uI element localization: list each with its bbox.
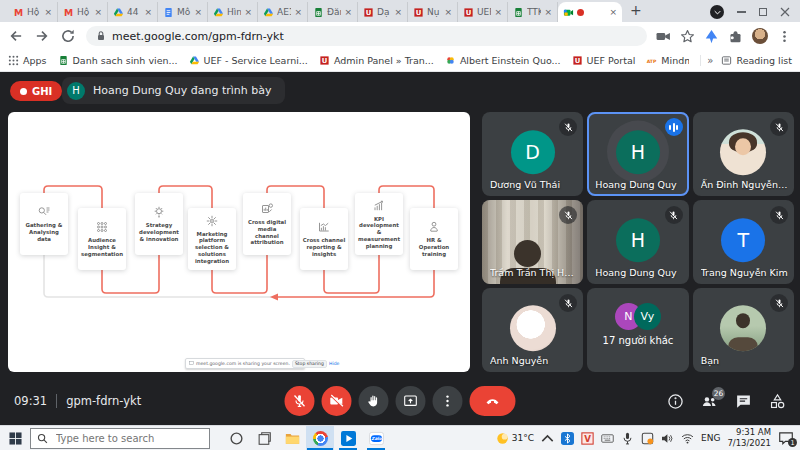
tab-close-icon[interactable]: × xyxy=(609,8,617,17)
browser-tab[interactable]: MHộ× xyxy=(8,2,58,22)
weather-widget[interactable]: 31°C xyxy=(496,432,534,445)
tab-close-icon[interactable]: × xyxy=(94,8,102,17)
browser-tab[interactable]: 44× xyxy=(108,2,158,22)
tab-close-icon[interactable]: × xyxy=(144,8,152,17)
browser-tab[interactable]: UUEF× xyxy=(458,2,508,22)
mic-off-button[interactable] xyxy=(285,386,315,416)
training-icon xyxy=(427,220,441,234)
raise-hand-button[interactable] xyxy=(359,386,389,416)
address-bar: meet.google.com/gpm-fdrn-ykt xyxy=(0,22,800,50)
tab-close-icon[interactable]: × xyxy=(294,8,302,17)
browser-tab[interactable]: UDạ× xyxy=(358,2,408,22)
bookmark-item[interactable]: Albert Einstein Quo... xyxy=(445,55,561,66)
browser-tab[interactable]: × xyxy=(558,2,622,22)
present-screen-button[interactable] xyxy=(396,386,426,416)
participant-tile[interactable]: TTrang Nguyễn Kim xyxy=(693,200,794,284)
snip-icon[interactable] xyxy=(641,432,654,445)
bookmark-item[interactable]: Danh sach sinh vien... xyxy=(58,55,178,66)
tab-close-icon[interactable]: × xyxy=(394,8,402,17)
participant-name: Dương Vũ Thái xyxy=(490,179,577,190)
cortana-button[interactable] xyxy=(222,426,250,450)
people-button[interactable]: 26 xyxy=(701,393,718,410)
search-input[interactable] xyxy=(54,432,198,445)
back-button[interactable] xyxy=(8,28,24,44)
tab-close-icon[interactable]: × xyxy=(44,8,52,17)
tab-close-icon[interactable]: × xyxy=(494,8,502,17)
participant-tile[interactable]: Bạn xyxy=(693,288,794,372)
notification-center-button[interactable]: 1 xyxy=(778,431,794,445)
browser-tab[interactable]: Mô× xyxy=(158,2,208,22)
profile-avatar[interactable] xyxy=(752,28,768,44)
task-view-button[interactable] xyxy=(250,426,278,450)
minimize-button[interactable] xyxy=(737,11,746,12)
activities-button[interactable] xyxy=(769,393,786,410)
extension-send-icon[interactable] xyxy=(704,29,719,44)
reading-list-button[interactable]: Reading list xyxy=(721,55,792,66)
mic-tray-icon[interactable] xyxy=(621,432,634,445)
stop-sharing-button[interactable]: Stop sharing xyxy=(292,360,327,368)
bluetooth-icon[interactable] xyxy=(561,432,574,445)
chat-button[interactable] xyxy=(735,393,752,410)
end-call-button[interactable] xyxy=(470,386,516,416)
new-tab-button[interactable]: + xyxy=(630,0,642,20)
browser-tab[interactable]: UNụ× xyxy=(408,2,458,22)
browser-menu-icon[interactable] xyxy=(777,29,792,44)
bookmark-item[interactable]: UUEF Portal xyxy=(572,55,636,66)
tab-close-icon[interactable]: × xyxy=(344,8,352,17)
more-options-button[interactable] xyxy=(433,386,463,416)
keyboard-icon[interactable] xyxy=(601,432,614,445)
speaker-icon[interactable] xyxy=(661,432,674,445)
browser-tab[interactable]: MHộ× xyxy=(58,2,108,22)
bookmarks-overflow-button[interactable]: » xyxy=(707,55,713,66)
svg-text:Zalo: Zalo xyxy=(371,436,382,441)
bookmark-star-icon[interactable] xyxy=(680,29,695,44)
bookmark-item[interactable]: UAdmin Panel » Tran... xyxy=(319,55,434,66)
hide-notice-button[interactable]: Hide xyxy=(329,361,339,366)
participant-tile[interactable]: Anh Nguyễn xyxy=(482,288,583,372)
participant-tile[interactable]: Trầm Trần Thị Huy... xyxy=(482,200,583,284)
participant-tile[interactable]: NVy17 người khác xyxy=(587,288,688,372)
reading-list-label: Reading list xyxy=(736,55,792,66)
reload-button[interactable] xyxy=(60,28,76,44)
chevron-up-icon[interactable] xyxy=(541,432,554,445)
info-button[interactable] xyxy=(667,393,684,410)
file-explorer-button[interactable] xyxy=(278,426,306,450)
participant-tile[interactable]: HHoang Dung Quy xyxy=(587,200,688,284)
language-indicator[interactable]: ENG xyxy=(701,433,720,443)
taskbar-clock[interactable]: 9:31 AM 7/13/2021 xyxy=(727,427,771,448)
participant-tile[interactable]: HHoang Dung Quy xyxy=(587,112,688,196)
camera-off-button[interactable] xyxy=(322,386,352,416)
zalo-button[interactable]: Zalo xyxy=(362,426,390,450)
bookmark-label: Albert Einstein Quo... xyxy=(460,55,561,66)
v-app-icon[interactable]: V xyxy=(581,432,594,445)
participant-tile[interactable]: Ẩn Đinh Nguyễn Th... xyxy=(693,112,794,196)
tab-close-icon[interactable]: × xyxy=(544,8,552,17)
browser-tab[interactable]: Hìn× xyxy=(208,2,258,22)
tab-close-icon[interactable]: × xyxy=(444,8,452,17)
maximize-button[interactable] xyxy=(759,8,767,16)
start-button[interactable] xyxy=(0,426,30,450)
apps-shortcut[interactable]: Apps xyxy=(8,55,47,66)
browser-tab[interactable]: Đăn× xyxy=(308,2,358,22)
tab-sharing-camera-icon[interactable] xyxy=(656,29,671,44)
participant-tile[interactable]: DDương Vũ Thái xyxy=(482,112,583,196)
tab-close-icon[interactable]: × xyxy=(244,8,252,17)
recording-badge: GHI xyxy=(10,81,62,101)
browser-tab[interactable]: AE1× xyxy=(258,2,308,22)
tab-title: Nụ xyxy=(427,7,441,17)
taskbar-search[interactable] xyxy=(30,428,210,449)
url-field[interactable]: meet.google.com/gpm-fdrn-ykt xyxy=(86,26,647,46)
participant-name: Hoang Dung Quy xyxy=(595,267,682,278)
bookmark-item[interactable]: UEF - Service Learni... xyxy=(189,55,308,66)
wifi-icon[interactable] xyxy=(681,432,694,445)
bookmark-label: UEF Portal xyxy=(587,55,636,66)
forward-button[interactable] xyxy=(34,28,50,44)
chrome-button[interactable] xyxy=(306,426,334,450)
tab-search-button[interactable] xyxy=(710,5,724,19)
movies-tv-button[interactable] xyxy=(334,426,362,450)
extensions-puzzle-icon[interactable] xyxy=(728,29,743,44)
close-window-button[interactable] xyxy=(780,7,790,17)
browser-tab[interactable]: TTK× xyxy=(508,2,558,22)
tab-close-icon[interactable]: × xyxy=(194,8,202,17)
bookmark-item[interactable]: ATPMindmap tổng hợp... xyxy=(646,55,689,66)
